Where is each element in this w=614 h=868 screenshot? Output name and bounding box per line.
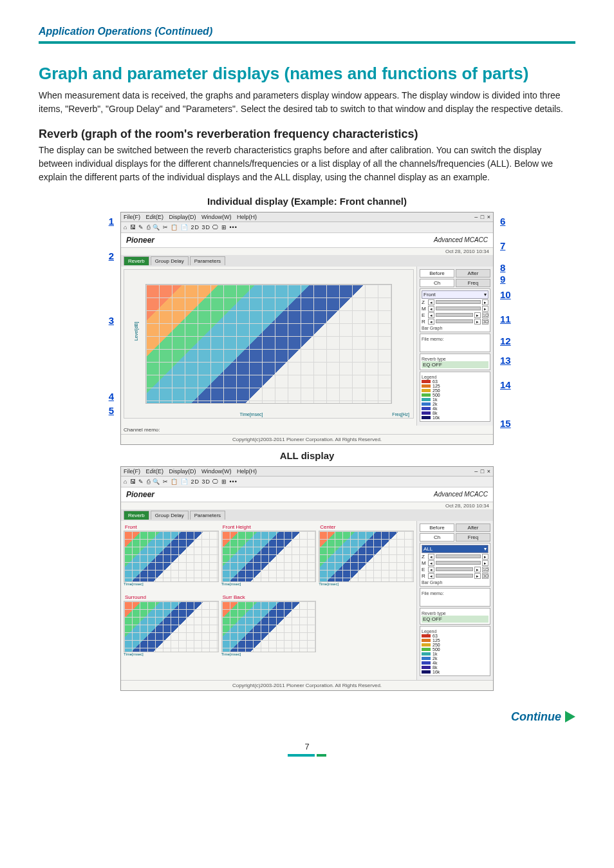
tab-ch-2[interactable]: Ch	[420, 533, 454, 542]
reverb-3d-graph	[145, 284, 393, 404]
slider-r-right-2[interactable]: ▸	[474, 573, 481, 579]
menu-file[interactable]: File(F)	[124, 214, 140, 220]
callout-1[interactable]: 1	[82, 216, 114, 227]
menu-file-2[interactable]: File(F)	[124, 468, 140, 475]
file-memo-box: File memo:	[420, 334, 490, 352]
side-panel-2: Before After Ch Freq ALL ▾ Z◂▸ M◂▸ E◂▸1D…	[416, 521, 493, 680]
callout-7[interactable]: 7	[500, 240, 532, 251]
slider-e-right-2[interactable]: ▸	[474, 567, 481, 572]
menu-window[interactable]: Window(W)	[201, 214, 232, 220]
chevron-down-icon: ▾	[484, 292, 487, 297]
reverb-subheading: Reverb (graph of the room's reverberatio…	[39, 127, 575, 141]
maximize-icon-2[interactable]: □	[481, 468, 484, 475]
callout-15[interactable]: 15	[500, 418, 532, 429]
slider-z-left[interactable]: ◂	[428, 299, 434, 305]
slider-m-left-2[interactable]: ◂	[428, 560, 434, 566]
slider-r[interactable]	[436, 319, 473, 323]
channel-dropdown-2[interactable]: ALL ▾	[422, 545, 488, 553]
slider-e-left-2[interactable]: ◂	[428, 567, 434, 572]
menu-edit-2[interactable]: Edit(E)	[146, 468, 164, 475]
callout-9[interactable]: 9	[500, 274, 532, 285]
callout-12[interactable]: 12	[500, 335, 532, 346]
tab-parameters[interactable]: Parameters	[190, 256, 225, 265]
menu-display-2[interactable]: Display(D)	[169, 468, 196, 475]
slider-z-right[interactable]: ▸	[482, 299, 488, 305]
window-buttons[interactable]: – □ ×	[473, 214, 490, 220]
callout-13[interactable]: 13	[500, 355, 532, 366]
figure2-title: ALL display	[39, 450, 575, 461]
close-icon[interactable]: ×	[487, 214, 490, 220]
side-panel: Before After Ch Freq Front ▾ Z◂▸ M◂▸ E◂▸…	[416, 267, 493, 426]
minimize-icon[interactable]: –	[474, 214, 478, 220]
slider-z-2[interactable]	[436, 554, 481, 558]
tab-before[interactable]: Before	[420, 269, 454, 278]
slider-e-label: E	[422, 312, 427, 318]
brand-mcacc: Advanced MCACC	[434, 236, 488, 243]
tab-after-2[interactable]: After	[456, 524, 490, 532]
menu-window-2[interactable]: Window(W)	[201, 468, 232, 475]
menu-edit[interactable]: Edit(E)	[146, 214, 164, 220]
slider-e[interactable]	[436, 313, 473, 317]
tab-reverb-2[interactable]: Reverb	[124, 511, 149, 520]
minimize-icon-2[interactable]: –	[474, 468, 478, 475]
timestamp: Oct 28, 2010 10:34	[121, 248, 493, 255]
callout-14[interactable]: 14	[500, 379, 532, 390]
slider-m-left[interactable]: ◂	[428, 306, 434, 312]
toolbar-2[interactable]: ⌂ 🖫 ✎ ⎙ 🔍 ✂ 📋 📄 2D 3D 🖵 ⊞ •••	[121, 476, 493, 487]
callout-5[interactable]: 5	[82, 405, 114, 416]
menu-help-2[interactable]: Help(H)	[237, 468, 257, 475]
reverb-type-label-2: Reverb type	[422, 611, 488, 616]
maximize-icon[interactable]: □	[481, 214, 484, 220]
continue-link[interactable]: Continue	[39, 710, 575, 724]
tab-before-2[interactable]: Before	[420, 524, 454, 532]
slider-e-right[interactable]: ▸	[474, 312, 481, 318]
callout-2[interactable]: 2	[82, 250, 114, 261]
tab-freq[interactable]: Freq	[456, 279, 490, 287]
slider-r-3d[interactable]: 3D	[482, 319, 488, 325]
callout-3[interactable]: 3	[82, 315, 114, 326]
slider-e-1d-2[interactable]: 1D	[482, 567, 488, 572]
tab-reverb[interactable]: Reverb	[124, 256, 149, 265]
callout-11[interactable]: 11	[500, 314, 532, 325]
toolbar[interactable]: ⌂ 🖫 ✎ ⎙ 🔍 ✂ 📋 📄 2D 3D 🖵 ⊞ •••	[121, 222, 493, 233]
slider-m-2[interactable]	[436, 561, 481, 565]
tab-group-delay-2[interactable]: Group Delay	[151, 511, 189, 520]
slider-e-1d[interactable]: 1D	[482, 312, 488, 318]
channel-dropdown[interactable]: Front ▾	[422, 290, 488, 299]
callout-10[interactable]: 10	[500, 289, 532, 300]
tab-group-delay[interactable]: Group Delay	[151, 256, 189, 265]
reverb-type-label: Reverb type	[422, 357, 488, 361]
slider-r-right[interactable]: ▸	[474, 319, 481, 325]
channel-dropdown-value-2: ALL	[423, 546, 433, 552]
callout-4[interactable]: 4	[82, 391, 114, 402]
tab-parameters-2[interactable]: Parameters	[190, 511, 225, 520]
slider-z[interactable]	[436, 300, 481, 304]
slider-m-right[interactable]: ▸	[482, 306, 488, 312]
slider-e-2[interactable]	[436, 567, 473, 571]
slider-m-label: M	[422, 306, 427, 312]
menu-bar[interactable]: File(F) Edit(E) Display(D) Window(W) Hel…	[124, 214, 261, 220]
slider-m[interactable]	[436, 307, 481, 310]
slider-r-left-2[interactable]: ◂	[428, 573, 434, 579]
slider-r-left[interactable]: ◂	[428, 319, 434, 325]
tab-freq-2[interactable]: Freq	[456, 533, 490, 542]
slider-e-label-2: E	[422, 567, 427, 572]
menu-display[interactable]: Display(D)	[169, 214, 196, 220]
brand-logo-pioneer: Pioneer	[126, 236, 154, 245]
menu-bar-2[interactable]: File(F) Edit(E) Display(D) Window(W) Hel…	[124, 468, 261, 475]
slider-z-left-2[interactable]: ◂	[428, 554, 434, 560]
tab-ch[interactable]: Ch	[420, 279, 454, 287]
app-window-all: File(F) Edit(E) Display(D) Window(W) Hel…	[120, 466, 494, 691]
callout-6[interactable]: 6	[500, 216, 532, 227]
slider-r-2[interactable]	[436, 574, 473, 578]
slider-z-right-2[interactable]: ▸	[482, 554, 488, 560]
brand-mcacc-2: Advanced MCACC	[434, 491, 488, 498]
close-icon-2[interactable]: ×	[487, 468, 490, 475]
slider-m-right-2[interactable]: ▸	[482, 560, 488, 566]
slider-e-left[interactable]: ◂	[428, 312, 434, 318]
slider-r-3d-2[interactable]: 3D	[482, 573, 488, 579]
tab-after[interactable]: After	[456, 269, 490, 278]
menu-help[interactable]: Help(H)	[237, 214, 257, 220]
callout-8[interactable]: 8	[500, 262, 532, 273]
brand-logo-pioneer-2: Pioneer	[126, 490, 154, 499]
